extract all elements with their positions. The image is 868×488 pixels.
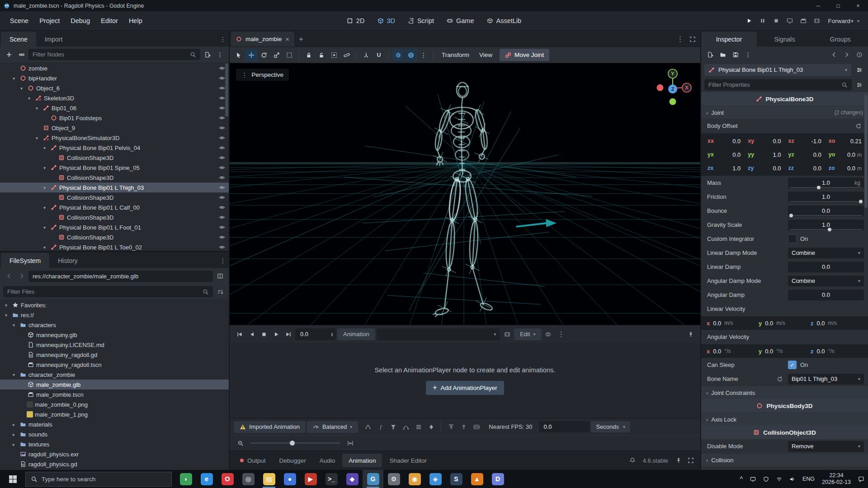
renderer-selector[interactable]: Forward+ ▾ [824,18,863,24]
sun-environment-options-button[interactable]: ⋮ [418,49,429,61]
visibility-eye-icon[interactable] [219,155,225,161]
slider-knob[interactable] [859,200,863,203]
go-to-end-button[interactable] [283,328,294,340]
angular-damp-field[interactable]: 0.0 [788,290,864,300]
menu-project[interactable]: Project [34,14,65,28]
scene-tree-node[interactable]: ▾Physical Bone Bip01 L Foot_01 [0,222,229,232]
tree-expand-arrow[interactable]: ▸ [10,422,17,427]
add-animation-player-button[interactable]: + Add AnimationPlayer [426,381,504,395]
vector-value[interactable]: 0.0 [817,320,825,327]
notification-center-icon[interactable] [854,470,868,488]
local-space-toggle[interactable] [360,49,372,61]
matrix-value[interactable]: 0.0 [813,165,821,172]
bottom-tab-animation[interactable]: Animation [342,454,382,467]
visibility-eye-icon[interactable] [219,135,225,141]
slider-track[interactable] [790,215,862,216]
filter-nodes-input[interactable]: Filter Nodes [28,49,200,60]
language-indicator[interactable]: ENG [799,470,818,488]
reset-property-icon[interactable] [774,373,785,385]
filesystem-item[interactable]: ▾character_zombie [0,370,229,380]
app-godot[interactable]: G [363,470,383,488]
move-tool[interactable] [245,49,257,61]
matrix-value[interactable]: 0.0 [732,138,741,145]
tree-expand-arrow[interactable]: ▾ [26,96,33,101]
perspective-menu[interactable]: ⋮ Perspective [236,69,289,81]
filesystem-item[interactable]: male_zombie.glb [0,380,229,389]
scene-tree-node[interactable]: zombie [0,63,229,73]
visibility-eye-icon[interactable] [219,125,225,131]
animation-time-field[interactable]: 0.0 ▲▼ [295,328,336,340]
filesystem-item[interactable]: male_zombie_1.png [0,409,229,419]
list-select-tool[interactable] [283,49,295,61]
snap-toggle[interactable] [373,49,385,61]
bottom-tab-shader-editor[interactable]: Shader Editor [383,454,433,467]
menu-debug[interactable]: Debug [65,14,95,28]
scene-tree-node[interactable]: Object_9 [0,123,229,133]
slider-knob[interactable] [817,186,821,189]
lock-node-button[interactable] [303,49,315,61]
tree-expand-arrow[interactable]: ▾ [3,303,9,308]
split-mode-button[interactable] [214,271,226,282]
playback-menu-icon[interactable]: ⋮ [556,328,567,340]
visibility-eye-icon[interactable] [219,214,225,221]
tree-expand-arrow[interactable]: ▾ [41,245,48,250]
zoom-slider-knob[interactable] [290,441,295,446]
scene-dock-menu-icon[interactable]: ⋮ [217,32,229,47]
matrix-value[interactable]: 0.0 [773,165,781,172]
bottom-tab-output[interactable]: Output [234,454,272,467]
slider-track[interactable] [790,201,862,202]
vector-value[interactable]: 0.0 [713,320,721,327]
history-forward-button[interactable] [841,49,852,60]
nav-forward-button[interactable] [16,271,27,282]
slider-knob[interactable] [828,228,831,231]
slider-track[interactable] [790,187,862,188]
attach-script-button[interactable] [202,49,213,60]
vector-value[interactable]: 0.0 [817,348,825,355]
tab-menu-icon[interactable]: ⋮ [675,33,686,45]
filesystem-item[interactable]: male_zombie.tscn [0,389,229,399]
bounce-field[interactable]: 0.0 [788,206,864,216]
workspace-tab-3d[interactable]: 3D [372,15,400,27]
play-button[interactable] [270,328,282,340]
save-resource-button[interactable] [730,49,741,60]
visibility-eye-icon[interactable] [219,174,225,181]
app-edge[interactable]: e [196,470,217,488]
disable-mode-dropdown[interactable]: Remove▾ [788,441,864,452]
matrix-value[interactable]: 0.0 [732,151,741,158]
workspace-tab-assetlib[interactable]: AssetLib [482,15,527,27]
inspector-options-icon[interactable] [854,79,865,90]
visibility-eye-icon[interactable] [219,95,225,101]
scene-tree-node[interactable]: ▾Object_6 [0,83,229,93]
current-path[interactable]: res://character_zombie/male_zombie.glb [28,271,213,282]
matrix-value[interactable]: 0.21 [850,138,862,145]
matrix-value[interactable]: 1.0 [773,151,781,158]
group-node-button[interactable] [328,49,340,61]
object-tools-icon[interactable] [854,64,865,75]
app-terminal[interactable]: >_ [321,470,342,488]
play-button[interactable] [743,14,755,27]
filesystem-item[interactable]: ragdoll_physics.gd [0,459,229,469]
visibility-eye-icon[interactable] [219,164,225,171]
group-expand-arrow[interactable]: › [706,389,708,396]
pin-bottom-panel-icon[interactable] [673,455,684,466]
tree-expand-arrow[interactable]: ▾ [33,136,40,141]
custom-integrator-checkbox[interactable] [788,235,797,243]
scene-tree-node[interactable]: ▾PhysicalBoneSimulator3D [0,133,229,143]
scene-tree-node[interactable]: CollisionShape3D [0,232,229,242]
curve-icon[interactable] [362,421,373,432]
viewport-3d[interactable]: ⋮ Perspective Y X Z [230,63,700,325]
wifi-icon[interactable] [773,470,786,488]
app-vlc[interactable]: ▲ [467,470,487,488]
app-bird[interactable]: ◗ [175,470,196,488]
start-button[interactable] [0,470,25,488]
insert-key-icon[interactable] [458,421,469,432]
onion-skinning-icon[interactable] [543,328,554,340]
tree-expand-arrow[interactable]: ▾ [41,185,48,190]
scene-tree-options-button[interactable]: ⋮ [214,49,226,60]
app-opera[interactable]: O [217,470,238,488]
tree-expand-arrow[interactable]: ▾ [41,205,48,210]
angular-damp-mode-dropdown[interactable]: Combine▾ [788,276,864,286]
nav-back-button[interactable] [3,271,14,282]
friction-field[interactable]: 1.0 [788,192,864,202]
filesystem-item[interactable]: ▸textures [0,439,229,449]
